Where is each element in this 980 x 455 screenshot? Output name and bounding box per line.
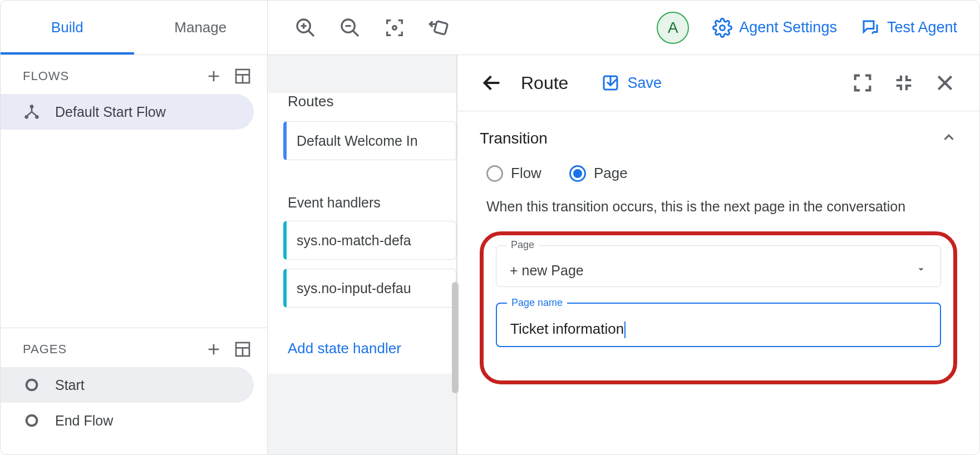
pages-grid-icon[interactable] — [232, 338, 254, 360]
tab-manage[interactable]: Manage — [134, 1, 268, 55]
radio-page[interactable]: Page — [569, 165, 628, 182]
radio-flow[interactable]: Flow — [486, 165, 541, 182]
flows-header: FLOWS — [1, 55, 267, 94]
save-icon — [600, 73, 620, 93]
reset-rotation-icon[interactable] — [426, 14, 452, 41]
transition-section-header[interactable]: Transition — [480, 129, 957, 148]
flows-grid-icon[interactable] — [232, 65, 254, 87]
chat-icon — [860, 18, 880, 38]
event-handler-item[interactable]: sys.no-input-defau — [283, 269, 456, 308]
pages-header-label: PAGES — [23, 342, 67, 357]
route-panel: Route Save Transition — [457, 55, 979, 454]
page-name-value: Ticket information — [510, 320, 624, 337]
page-item-start[interactable]: Start — [1, 367, 254, 403]
flow-item-label: Default Start Flow — [55, 104, 166, 120]
annotation-highlight: Page + new Page Page name Ticket informa… — [480, 231, 957, 384]
event-handlers-header: Event handlers — [268, 176, 456, 221]
gear-icon — [712, 18, 732, 38]
close-icon[interactable] — [932, 70, 958, 96]
add-flow-icon[interactable] — [203, 65, 225, 87]
zoom-out-icon[interactable] — [337, 14, 363, 41]
svg-point-23 — [27, 380, 37, 390]
page-end-icon — [23, 412, 41, 429]
radio-flow-label: Flow — [511, 165, 541, 182]
build-manage-tabs: Build Manage — [1, 1, 268, 55]
page-item-label: End Flow — [55, 413, 113, 429]
page-name-field[interactable]: Page name Ticket information — [496, 303, 941, 347]
svg-point-7 — [393, 26, 397, 29]
flow-item-default-start[interactable]: Default Start Flow — [1, 94, 254, 130]
svg-point-24 — [27, 416, 37, 426]
scrollbar-thumb[interactable] — [452, 282, 459, 393]
middle-column: Routes Default Welcome In Event handlers… — [268, 55, 457, 454]
route-item[interactable]: Default Welcome In — [283, 121, 456, 160]
page-select-value: + new Page — [510, 263, 584, 279]
agent-settings-button[interactable]: Agent Settings — [712, 18, 837, 38]
page-item-end-flow[interactable]: End Flow — [1, 403, 254, 438]
svg-line-5 — [353, 31, 358, 36]
avatar[interactable]: A — [657, 12, 689, 44]
page-name-label: Page name — [507, 297, 567, 309]
sidebar: FLOWS Default Start Flow PAGES — [1, 55, 268, 454]
svg-point-15 — [30, 105, 34, 108]
agent-settings-label: Agent Settings — [739, 19, 837, 36]
transition-description: When this transition occurs, this is the… — [480, 199, 957, 227]
add-page-icon[interactable] — [203, 338, 225, 360]
flow-tree-icon — [23, 103, 41, 121]
save-button[interactable]: Save — [600, 73, 662, 93]
fit-view-icon[interactable] — [381, 14, 408, 41]
svg-line-1 — [308, 31, 314, 36]
panel-title: Route — [521, 73, 568, 93]
tab-build[interactable]: Build — [1, 1, 134, 55]
pages-header: PAGES — [1, 328, 267, 367]
fullscreen-icon[interactable] — [849, 70, 876, 96]
exit-fullscreen-icon[interactable] — [890, 70, 917, 96]
test-agent-button[interactable]: Test Agent — [860, 18, 957, 38]
page-item-label: Start — [55, 377, 85, 393]
svg-rect-8 — [434, 21, 447, 34]
svg-marker-30 — [918, 268, 923, 271]
test-agent-label: Test Agent — [887, 19, 957, 36]
routes-header: Routes — [268, 93, 456, 121]
transition-title: Transition — [480, 130, 548, 147]
add-state-handler-button[interactable]: Add state handler — [268, 323, 456, 374]
page-select[interactable]: Page + new Page — [496, 245, 941, 287]
chevron-up-icon — [940, 129, 957, 148]
save-label: Save — [627, 75, 662, 92]
flows-header-label: FLOWS — [23, 69, 69, 83]
zoom-in-icon[interactable] — [292, 14, 319, 41]
page-start-icon — [23, 376, 41, 394]
back-arrow-icon[interactable] — [479, 70, 505, 96]
dropdown-caret-icon — [915, 263, 927, 279]
text-caret — [624, 322, 626, 338]
svg-point-9 — [720, 25, 725, 30]
event-handler-item[interactable]: sys.no-match-defa — [283, 221, 456, 260]
radio-page-label: Page — [594, 165, 628, 182]
page-select-label: Page — [506, 239, 539, 251]
